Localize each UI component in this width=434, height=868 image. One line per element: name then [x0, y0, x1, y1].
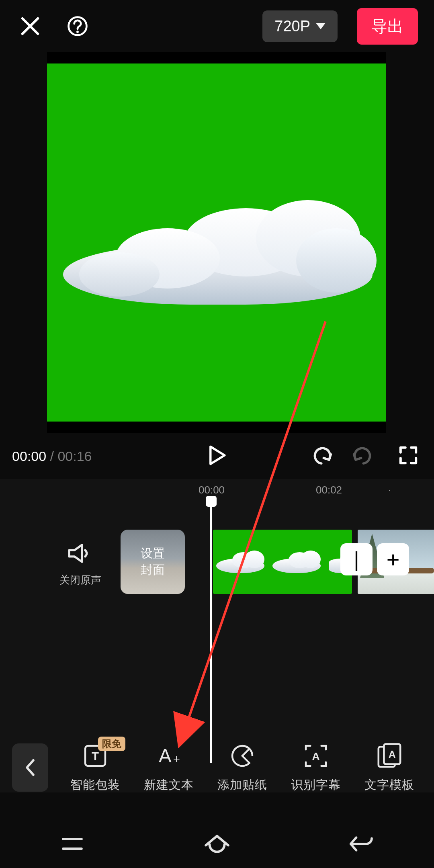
resolution-button[interactable]: 720P: [262, 10, 338, 42]
export-button[interactable]: 导出: [357, 8, 418, 45]
close-icon[interactable]: [16, 12, 44, 40]
timecode: 00:00 / 00:16: [12, 448, 92, 464]
resolution-label: 720P: [274, 18, 310, 35]
back-button[interactable]: [12, 743, 48, 792]
current-time: 00:00: [12, 448, 46, 464]
tool-label: 识别字幕: [291, 777, 341, 793]
tool-new-text[interactable]: A+ 新建文本: [139, 742, 199, 793]
nav-recent-button[interactable]: [54, 826, 90, 862]
svg-text:+: +: [173, 752, 180, 766]
tool-smart-package[interactable]: 限免 T 智能包装: [65, 742, 125, 793]
svg-point-1: [76, 31, 79, 33]
play-button[interactable]: [206, 444, 228, 468]
tool-label: 添加贴纸: [217, 777, 267, 793]
add-clip-button[interactable]: +: [377, 543, 409, 575]
tool-label: 智能包装: [70, 777, 120, 793]
tool-recognize-subtitles[interactable]: A 识别字幕: [286, 742, 346, 793]
duration: 00:16: [57, 448, 92, 464]
nav-back-button[interactable]: [344, 826, 380, 862]
transition-glyph: |: [354, 547, 359, 571]
time-tick: ·: [388, 484, 391, 496]
fullscreen-button[interactable]: [399, 446, 418, 467]
new-text-icon: A+: [155, 742, 182, 770]
add-glyph: +: [387, 547, 400, 573]
chevron-down-icon: [316, 23, 326, 29]
badge-limited-free: 限免: [98, 737, 125, 751]
text-template-icon: A: [376, 742, 403, 770]
time-label: 00:02: [316, 484, 342, 496]
cover-text-line2: 封面: [141, 562, 165, 578]
tool-text-template[interactable]: A 文字模板: [359, 742, 420, 793]
svg-text:T: T: [92, 749, 99, 763]
svg-text:A: A: [388, 748, 395, 760]
recognize-subtitle-icon: A: [302, 742, 330, 770]
set-cover-button[interactable]: 设置 封面: [121, 530, 185, 594]
playhead[interactable]: [210, 502, 212, 763]
tool-label: 新建文本: [144, 777, 194, 793]
preview-area[interactable]: [47, 52, 386, 433]
svg-text:A: A: [312, 750, 320, 763]
time-ruler: 00:00 00:02 ·: [0, 484, 434, 500]
redo-button[interactable]: [351, 446, 374, 466]
system-nav-bar: [0, 820, 434, 868]
nav-home-button[interactable]: [199, 826, 235, 862]
tool-label: 文字模板: [364, 777, 414, 793]
mute-label: 关闭原声: [54, 573, 106, 587]
cover-text-line1: 设置: [141, 545, 165, 562]
top-bar: 720P 导出: [0, 0, 434, 52]
time-label: 00:00: [199, 484, 225, 496]
toolbar: 限免 T 智能包装 A+ 新建文本 添加贴纸 A 识别字幕 A 文字模板: [0, 727, 434, 808]
mute-audio-button[interactable]: 关闭原声: [54, 542, 106, 587]
transport-bar: 00:00 / 00:16: [0, 438, 434, 474]
timeline-clip[interactable]: [213, 530, 352, 594]
preview-frame: [47, 63, 386, 422]
tool-add-sticker[interactable]: 添加贴纸: [212, 742, 272, 793]
sticker-icon: [229, 742, 256, 770]
help-icon[interactable]: [63, 12, 92, 40]
svg-text:A: A: [159, 745, 172, 766]
transition-button[interactable]: |: [340, 543, 373, 575]
undo-button[interactable]: [311, 446, 334, 466]
